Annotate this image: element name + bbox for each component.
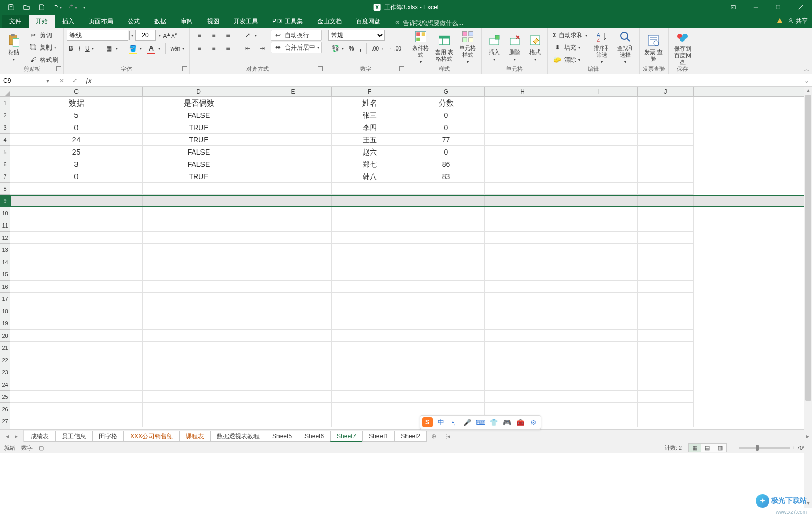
sheet-tab-Sheet1[interactable]: Sheet1	[362, 431, 395, 442]
cell-H18[interactable]	[485, 305, 561, 317]
cell-C21[interactable]	[10, 342, 143, 354]
col-header-C[interactable]: C	[10, 87, 143, 96]
cell-E25[interactable]	[255, 391, 332, 403]
cell-C16[interactable]	[10, 281, 143, 293]
select-all-corner[interactable]	[0, 87, 10, 96]
tab-nav-last-icon[interactable]: ▸	[12, 432, 20, 440]
cell-G18[interactable]	[408, 305, 485, 317]
wrap-text-button[interactable]: ↩自动换行	[271, 30, 322, 41]
format-cells-button[interactable]: 格式▾	[526, 30, 544, 65]
cell-D24[interactable]	[143, 378, 255, 391]
cell-C25[interactable]	[10, 391, 143, 403]
cell-J12[interactable]	[638, 232, 694, 244]
tab-金山文档[interactable]: 金山文档	[310, 15, 349, 28]
cell-E5[interactable]	[255, 146, 332, 158]
cell-C19[interactable]	[10, 317, 143, 330]
cell-G2[interactable]: 0	[408, 109, 485, 121]
cell-F15[interactable]	[332, 268, 408, 281]
conditional-formatting-button[interactable]: 条件格式▾	[410, 30, 432, 65]
cell-G21[interactable]	[408, 342, 485, 354]
cell-H21[interactable]	[485, 342, 561, 354]
cell-F1[interactable]: 姓名	[332, 97, 408, 109]
cell-G12[interactable]	[408, 232, 485, 244]
ime-lang[interactable]: 中	[436, 417, 446, 427]
cell-D4[interactable]: TRUE	[143, 134, 255, 146]
scroll-thumb[interactable]	[805, 95, 811, 401]
cell-G17[interactable]	[408, 293, 485, 305]
cell-H17[interactable]	[485, 293, 561, 305]
cell-J11[interactable]	[638, 219, 694, 232]
cell-J1[interactable]	[638, 97, 694, 109]
cell-J15[interactable]	[638, 268, 694, 281]
cell-I18[interactable]	[561, 305, 638, 317]
cell-I24[interactable]	[561, 378, 638, 391]
cell-C9[interactable]	[10, 195, 143, 207]
align-right-button[interactable]: ≡	[221, 43, 235, 54]
macro-record-icon[interactable]: ▢	[39, 445, 44, 451]
cell-styles-button[interactable]: 单元格样式▾	[457, 30, 478, 65]
row-header-27[interactable]: 27	[0, 415, 10, 427]
cell-I3[interactable]	[561, 121, 638, 134]
tab-百度网盘[interactable]: 百度网盘	[349, 15, 388, 28]
cell-F25[interactable]	[332, 391, 408, 403]
row-header-22[interactable]: 22	[0, 354, 10, 366]
format-as-table-button[interactable]: 套用 表格格式	[434, 30, 455, 65]
view-page-layout-icon[interactable]: ▤	[701, 444, 714, 452]
cell-G16[interactable]	[408, 281, 485, 293]
cell-J6[interactable]	[638, 158, 694, 170]
row-header-3[interactable]: 3	[0, 121, 10, 134]
cell-J3[interactable]	[638, 121, 694, 134]
cell-J24[interactable]	[638, 378, 694, 391]
cell-D25[interactable]	[143, 391, 255, 403]
row-header-8[interactable]: 8	[0, 183, 10, 195]
ime-game-icon[interactable]: 🎮	[502, 417, 512, 427]
cell-J21[interactable]	[638, 342, 694, 354]
cell-D17[interactable]	[143, 293, 255, 305]
cell-F3[interactable]: 李四	[332, 121, 408, 134]
col-header-I[interactable]: I	[561, 87, 638, 96]
cell-H14[interactable]	[485, 256, 561, 268]
cell-I8[interactable]	[561, 183, 638, 195]
increase-font-button[interactable]: A▴	[163, 30, 170, 41]
cell-F21[interactable]	[332, 342, 408, 354]
cell-G14[interactable]	[408, 256, 485, 268]
cell-F24[interactable]	[332, 378, 408, 391]
cell-F13[interactable]	[332, 244, 408, 256]
cell-C10[interactable]	[10, 207, 143, 219]
cell-G7[interactable]: 83	[408, 170, 485, 183]
cell-J26[interactable]	[638, 403, 694, 415]
cell-E24[interactable]	[255, 378, 332, 391]
cell-G5[interactable]: 0	[408, 146, 485, 158]
row-header-10[interactable]: 10	[0, 207, 10, 219]
row-header-14[interactable]: 14	[0, 256, 10, 268]
new-icon[interactable]	[35, 1, 49, 13]
cell-D27[interactable]	[143, 415, 255, 427]
cell-F18[interactable]	[332, 305, 408, 317]
cell-G9[interactable]	[408, 195, 485, 207]
sheet-tab-课程表[interactable]: 课程表	[179, 431, 211, 442]
cell-F7[interactable]: 韩八	[332, 170, 408, 183]
cell-F12[interactable]	[332, 232, 408, 244]
accounting-format-button[interactable]: 💱▾	[328, 43, 346, 54]
sheet-tab-田字格[interactable]: 田字格	[92, 431, 124, 442]
cell-C12[interactable]	[10, 232, 143, 244]
cell-I6[interactable]	[561, 158, 638, 170]
cell-J8[interactable]	[638, 183, 694, 195]
clipboard-launcher[interactable]	[56, 66, 61, 71]
cell-C26[interactable]	[10, 403, 143, 415]
cell-I12[interactable]	[561, 232, 638, 244]
cell-C23[interactable]	[10, 366, 143, 378]
sheet-tab-数据透视表教程[interactable]: 数据透视表教程	[210, 431, 266, 442]
cell-E18[interactable]	[255, 305, 332, 317]
cell-E23[interactable]	[255, 366, 332, 378]
number-format-select[interactable]: 常规	[328, 30, 385, 41]
col-header-D[interactable]: D	[143, 87, 255, 96]
insert-cells-button[interactable]: 插入▾	[485, 30, 503, 65]
row-header-18[interactable]: 18	[0, 305, 10, 317]
cell-E4[interactable]	[255, 134, 332, 146]
cell-G13[interactable]	[408, 244, 485, 256]
cell-H26[interactable]	[485, 403, 561, 415]
cell-E26[interactable]	[255, 403, 332, 415]
cell-F20[interactable]	[332, 330, 408, 342]
cell-H10[interactable]	[485, 207, 561, 219]
